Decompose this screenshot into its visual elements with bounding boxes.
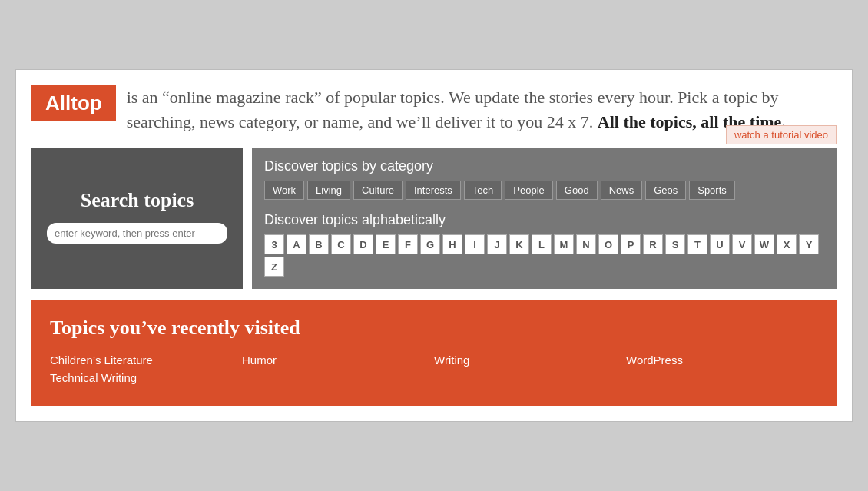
category-btn[interactable]: Good (556, 181, 598, 200)
category-btn[interactable]: Work (264, 181, 304, 200)
alpha-btn[interactable]: S (665, 234, 685, 254)
alpha-btn[interactable]: V (732, 234, 752, 254)
discover-panel: Discover topics by category WorkLivingCu… (252, 148, 837, 289)
page-wrapper: Alltop is an “online magazine rack” of p… (15, 69, 853, 423)
alpha-btn[interactable]: D (353, 234, 373, 254)
alpha-btn[interactable]: K (509, 234, 529, 254)
recently-visited-link[interactable]: Children’s Literature (50, 353, 242, 367)
alpha-btn[interactable]: X (777, 234, 797, 254)
search-input[interactable] (47, 223, 227, 244)
alpha-btn[interactable]: E (376, 234, 396, 254)
category-btn[interactable]: People (505, 181, 552, 200)
alpha-btn[interactable]: F (398, 234, 418, 254)
alpha-btn[interactable]: N (576, 234, 596, 254)
recently-visited-link[interactable]: Technical Writing (50, 371, 242, 384)
category-btn[interactable]: Interests (406, 181, 461, 200)
category-btn[interactable]: News (601, 181, 643, 200)
alpha-btn[interactable]: 3 (264, 234, 284, 254)
alpha-btn[interactable]: L (532, 234, 552, 254)
alpha-btn[interactable]: Y (799, 234, 819, 254)
alpha-btn[interactable]: R (643, 234, 663, 254)
alpha-btn[interactable]: M (554, 234, 574, 254)
alpha-btn[interactable]: J (487, 234, 507, 254)
watch-tutorial-link[interactable]: watch a tutorial video (726, 125, 837, 144)
alpha-btn[interactable]: A (287, 234, 306, 254)
recently-visited-section: Topics you’ve recently visited Children’… (31, 300, 837, 406)
category-btn[interactable]: Living (307, 181, 350, 200)
alpha-btn[interactable]: C (331, 234, 351, 254)
alpha-btn[interactable]: T (687, 234, 707, 254)
alpha-btn[interactable]: G (420, 234, 440, 254)
logo: Alltop (31, 85, 116, 121)
category-btn[interactable]: Sports (689, 181, 735, 200)
category-btn[interactable]: Culture (353, 181, 403, 200)
alpha-btn[interactable]: H (442, 234, 462, 254)
recently-visited-placeholder (242, 371, 434, 384)
discover-alphabetically-title: Discover topics alphabetically (264, 212, 824, 228)
category-btn[interactable]: Tech (464, 181, 502, 200)
recently-visited-link[interactable]: Writing (434, 353, 626, 367)
alpha-btn[interactable]: I (465, 234, 485, 254)
recently-visited-title: Topics you’ve recently visited (50, 317, 818, 340)
recently-visited-placeholder (626, 371, 818, 384)
alpha-btn[interactable]: B (309, 234, 329, 254)
header: Alltop is an “online magazine rack” of p… (31, 85, 837, 134)
discover-by-category-title: Discover topics by category (264, 158, 824, 174)
alpha-btn[interactable]: W (754, 234, 774, 254)
search-panel: Search topics (31, 148, 243, 289)
main-content: Search topics Discover topics by categor… (31, 148, 837, 289)
recently-visited-grid: Children’s LiteratureHumorWritingWordPre… (50, 353, 818, 384)
alpha-btn[interactable]: O (598, 234, 618, 254)
category-list: WorkLivingCultureInterestsTechPeopleGood… (264, 181, 824, 200)
alpha-list: 3ABCDEFGHIJKLMNOPRSTUVWXYZ (264, 234, 824, 277)
category-btn[interactable]: Geos (645, 181, 686, 200)
alpha-btn[interactable]: P (621, 234, 641, 254)
alpha-btn[interactable]: Z (264, 257, 284, 277)
recently-visited-placeholder (434, 371, 626, 384)
recently-visited-link[interactable]: WordPress (626, 353, 818, 367)
recently-visited-link[interactable]: Humor (242, 353, 434, 367)
alpha-btn[interactable]: U (710, 234, 730, 254)
search-title: Search topics (81, 189, 194, 212)
